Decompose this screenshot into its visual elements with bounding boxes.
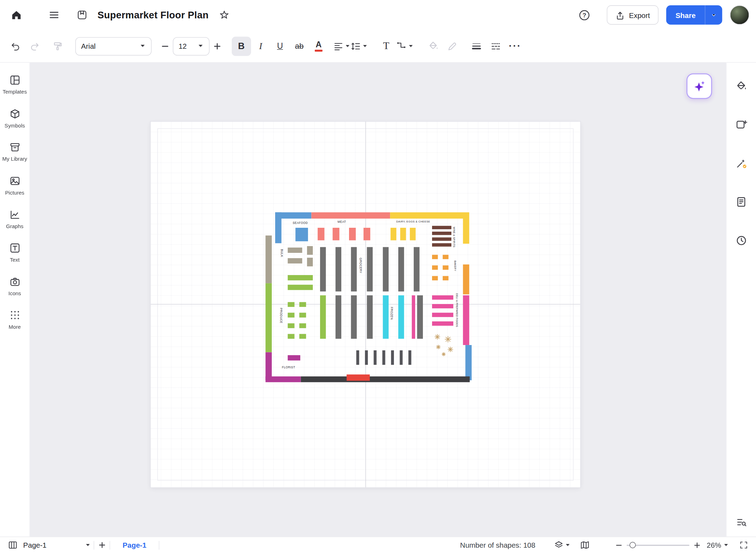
floorplan-shape[interactable]	[333, 228, 339, 240]
page-tab[interactable]: Page-1	[110, 541, 159, 549]
floorplan-shape[interactable]	[320, 247, 326, 292]
floorplan-shape[interactable]	[351, 295, 356, 339]
line-spacing-control[interactable]	[350, 41, 368, 51]
floorplan-shape[interactable]	[432, 226, 451, 230]
page-selector[interactable]: Page-1	[20, 538, 94, 552]
floorplan-shape[interactable]	[288, 275, 313, 280]
text-align-control[interactable]	[333, 41, 350, 51]
floorplan-shape[interactable]	[320, 295, 326, 339]
floorplan-shape[interactable]	[266, 283, 272, 352]
floorplan-label-bakery[interactable]: BAKERY	[454, 261, 456, 271]
floorplan-shape[interactable]	[383, 295, 389, 339]
floorplan-label-wine[interactable]: WINE & SPIRITS	[453, 227, 455, 248]
floorplan-shape[interactable]	[432, 232, 451, 235]
floorplan-shape[interactable]	[288, 334, 294, 339]
floorplan[interactable]: SEAFOOD MEAT DAIRY, EGGS & CHEESE WINE &…	[265, 212, 474, 384]
floorplan-shape[interactable]	[432, 321, 453, 326]
canvas[interactable]: SEAFOOD MEAT DAIRY, EGGS & CHEESE WINE &…	[30, 63, 726, 537]
floorplan-shape[interactable]	[288, 258, 302, 263]
zoom-slider[interactable]	[627, 540, 690, 550]
navigator-map-button[interactable]	[577, 537, 593, 553]
share-dropdown[interactable]	[705, 5, 722, 25]
floorplan-shape[interactable]	[288, 248, 302, 253]
floorplan-shape[interactable]	[383, 247, 389, 292]
floorplan-shape[interactable]	[463, 264, 469, 295]
floorplan-shape[interactable]	[465, 345, 472, 380]
floorplan-shape[interactable]	[288, 355, 300, 361]
layers-control[interactable]	[554, 540, 571, 550]
floorplan-label-frozen[interactable]: FROZEN	[390, 307, 393, 320]
line-dash-button[interactable]	[486, 36, 506, 56]
floorplan-shape[interactable]	[307, 258, 313, 267]
floorplan-shape[interactable]	[417, 295, 423, 339]
floorplan-shape[interactable]	[432, 237, 451, 241]
floorplan-shape[interactable]	[390, 212, 469, 219]
floorplan-label-dairy[interactable]: DAIRY, EGGS & CHEESE	[374, 221, 452, 224]
fullscreen-button[interactable]	[736, 537, 751, 553]
floorplan-shape[interactable]	[432, 313, 453, 317]
notes-panel-button[interactable]	[732, 192, 751, 212]
zoom-slider-knob[interactable]	[630, 542, 636, 548]
sidebar-item-templates[interactable]: Templates	[0, 74, 29, 95]
floorplan-shape[interactable]	[443, 276, 448, 280]
floorplan-shape[interactable]	[391, 228, 396, 240]
share-button[interactable]: Share	[666, 5, 722, 25]
floorplan-shape[interactable]	[299, 302, 306, 307]
floorplan-label-florist[interactable]: FLORIST	[282, 366, 295, 369]
floorplan-shape[interactable]	[400, 350, 402, 365]
favorite-button[interactable]	[214, 5, 234, 25]
add-frame-button[interactable]	[732, 115, 751, 134]
floorplan-shape[interactable]	[351, 247, 356, 292]
history-button[interactable]	[732, 231, 751, 250]
undo-button[interactable]	[6, 36, 25, 56]
home-button[interactable]	[7, 5, 26, 25]
floorplan-shape[interactable]	[443, 266, 448, 270]
ai-assistant-button[interactable]	[686, 73, 712, 99]
floorplan-shape[interactable]	[432, 295, 453, 299]
floorplan-label-meat[interactable]: MEAT	[327, 221, 356, 224]
shape-style-button[interactable]	[732, 76, 751, 96]
font-size-select[interactable]: 12	[173, 37, 209, 55]
floorplan-shape[interactable]	[336, 247, 341, 292]
floorplan-shape[interactable]	[412, 295, 415, 339]
floorplan-shape[interactable]	[349, 228, 356, 240]
zoom-in-button[interactable]	[689, 537, 705, 553]
document-title[interactable]: Supermarket Floor Plan	[98, 10, 208, 20]
floorplan-shape[interactable]	[443, 255, 448, 259]
export-button[interactable]: Export	[607, 5, 659, 25]
outline-search-button[interactable]	[732, 512, 751, 532]
bold-button[interactable]: B	[232, 36, 251, 56]
floorplan-shape[interactable]	[400, 228, 406, 240]
floorplan-shape[interactable]	[311, 212, 390, 219]
document-page[interactable]: SEAFOOD MEAT DAIRY, EGGS & CHEESE WINE &…	[150, 121, 580, 487]
strikethrough-button[interactable]: ab	[290, 36, 309, 56]
floorplan-shape[interactable]	[347, 374, 370, 381]
floorplan-shape[interactable]	[288, 302, 294, 307]
text-color-button[interactable]: A	[309, 36, 329, 56]
floorplan-shape[interactable]	[414, 247, 419, 292]
underline-button[interactable]: U	[270, 36, 290, 56]
floorplan-shape[interactable]	[288, 323, 294, 328]
text-tool-button[interactable]: T	[377, 36, 396, 56]
save-button[interactable]	[72, 5, 92, 25]
plant-decoration[interactable]	[432, 331, 462, 361]
floorplan-shape[interactable]	[374, 350, 377, 365]
font-family-select[interactable]: Arial	[75, 37, 152, 55]
add-page-button[interactable]	[94, 537, 110, 553]
floorplan-shape[interactable]	[299, 323, 306, 328]
connector-style-control[interactable]	[396, 41, 414, 52]
floorplan-shape[interactable]	[336, 295, 341, 339]
floorplan-label-deli[interactable]: DELI & PREPARED FOODS	[456, 293, 458, 327]
floorplan-shape[interactable]	[266, 376, 301, 382]
floorplan-shape[interactable]	[299, 313, 306, 318]
line-color-button[interactable]	[443, 36, 462, 56]
floorplan-label-produce[interactable]: PRODUCE	[279, 308, 282, 323]
floorplan-shape[interactable]	[307, 246, 313, 255]
sidebar-item-icons[interactable]: Icons	[0, 276, 29, 296]
floorplan-shape[interactable]	[408, 350, 411, 365]
sidebar-item-more[interactable]: More	[0, 310, 29, 330]
main-menu-button[interactable]	[45, 5, 64, 25]
decrease-font-size-button[interactable]	[157, 38, 173, 54]
pages-panel-button[interactable]	[5, 537, 20, 553]
sidebar-item-my-library[interactable]: My Library	[0, 142, 29, 162]
